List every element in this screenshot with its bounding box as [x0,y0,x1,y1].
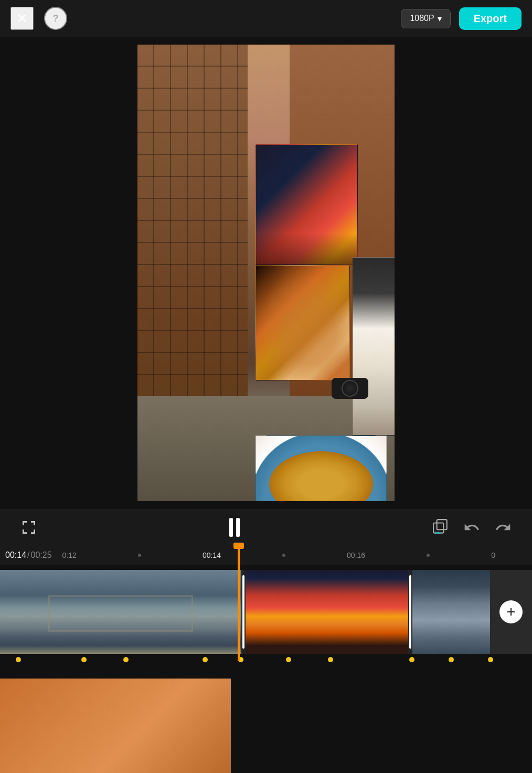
playback-right-controls: ON [427,514,516,541]
close-icon: ✕ [16,10,28,27]
redo-button[interactable] [490,514,516,541]
close-button[interactable]: ✕ [10,7,34,30]
undo-button[interactable] [459,514,485,541]
timeline-dot [427,554,430,557]
keyframe-dot [328,657,333,662]
copy-on-button[interactable]: ON [427,514,453,541]
cut-marker-inner [242,575,244,649]
chevron-down-icon: ▾ [438,14,442,24]
pause-icon [229,518,240,537]
current-time: 00:14 [5,550,26,560]
bottom-thumb-content-1 [0,679,231,773]
pause-button[interactable] [219,512,250,543]
help-icon: ? [53,13,59,24]
playhead[interactable] [238,546,240,661]
photo-pizza [256,436,387,501]
marker-0-12: 0:12 [62,551,77,559]
timeline-bar: 00:14 / 00:25 0:12 00:14 00:16 0 [0,546,532,565]
timeline-dot [138,554,141,557]
film-strip: + [0,565,532,659]
keyframe-dot [16,657,21,662]
fullscreen-button[interactable] [16,514,42,541]
playback-controls: ON [0,509,532,546]
video-frame [137,45,395,501]
preview-area [0,37,532,509]
playback-center-controls [219,512,250,543]
marker-end: 0 [491,551,495,559]
total-time: 00:25 [31,550,52,560]
film-clip-bridge[interactable] [0,570,241,654]
keyframe-dot [123,657,129,662]
bottom-thumbnail-strip [0,663,532,773]
top-bar: ✕ ? 1080P ▾ Export [0,0,532,37]
keyframe-dot [81,657,87,662]
export-button[interactable]: Export [459,7,522,30]
marker-00-14: 00:14 [203,551,221,559]
film-clip-city[interactable] [412,570,490,654]
svg-text:ON: ON [434,531,440,535]
add-clip-button[interactable]: + [490,570,532,654]
photo-person [353,257,395,436]
keyframe-dot [449,657,454,662]
export-label: Export [474,13,507,24]
time-separator: / [27,550,29,560]
keyframe-dot [203,657,208,662]
resolution-button[interactable]: 1080P ▾ [401,9,450,28]
keyframe-dot [488,657,493,662]
timeline-markers: 0:12 00:14 00:16 0 [52,551,527,559]
keyframe-dot [409,657,414,662]
fullscreen-icon [20,519,37,536]
camera-lens-overlay [332,378,368,399]
keyframe-dot [286,657,291,662]
bottom-thumb-1 [0,679,231,773]
cut-marker-2[interactable] [408,570,412,654]
photo-collage [256,144,395,501]
cut-marker-inner-2 [409,575,411,649]
timeline-dot [282,554,285,557]
svg-rect-1 [437,520,447,530]
top-bar-left: ✕ ? [10,7,67,30]
top-bar-right: 1080P ▾ Export [401,7,522,30]
timeline-dots [0,656,532,663]
photo-croissant [256,265,350,380]
marker-00-16: 00:16 [347,551,365,559]
cut-marker-1[interactable] [241,570,246,654]
resolution-label: 1080P [410,14,434,23]
undo-icon [463,519,480,536]
help-button[interactable]: ? [44,7,67,30]
redo-icon [495,519,512,536]
copy-on-icon: ON [431,518,449,536]
photo-moulin-rouge [256,144,358,265]
film-clip-sunset[interactable] [246,570,408,654]
add-icon: + [499,600,523,623]
